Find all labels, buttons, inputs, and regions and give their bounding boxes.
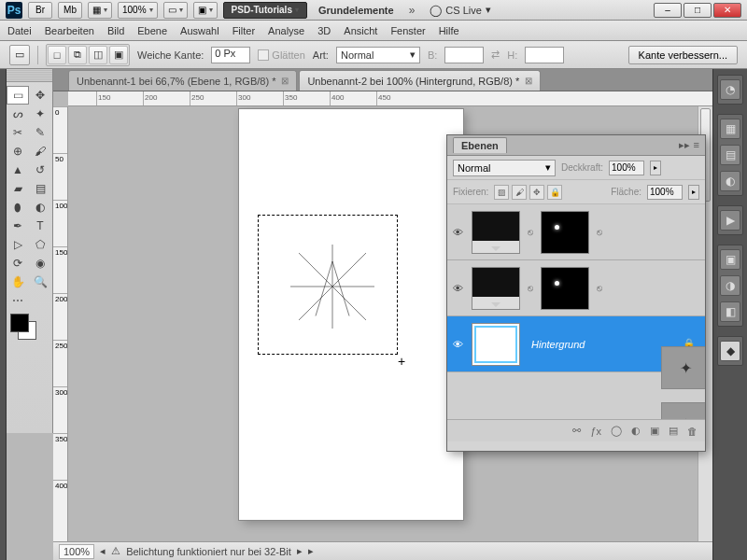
menu-fenster[interactable]: Fenster	[390, 25, 425, 36]
window-minimize-button[interactable]: –	[654, 3, 682, 18]
group-icon[interactable]: ▣	[650, 425, 659, 437]
smart-thumb[interactable]	[661, 402, 705, 420]
adjustments-panel-icon[interactable]: ◐	[720, 171, 740, 191]
menu-bearbeiten[interactable]: Bearbeiten	[45, 25, 94, 36]
panel-menu-icon[interactable]: ≡	[694, 139, 699, 151]
arrange-dropdown[interactable]: ▭	[163, 2, 188, 19]
screenmode-dropdown[interactable]: ▣	[193, 2, 218, 19]
new-layer-icon[interactable]: ▤	[669, 425, 678, 437]
styles-panel-icon[interactable]: ▤	[720, 145, 740, 165]
selection-intersect-icon[interactable]: ▣	[109, 46, 128, 64]
move-tool[interactable]: ✥	[29, 86, 51, 105]
adjustment-thumb[interactable]	[472, 211, 520, 254]
bridge-button[interactable]: Br	[28, 2, 52, 19]
history-brush-tool[interactable]: ↺	[29, 161, 51, 179]
zoom-tool[interactable]: 🔍	[29, 273, 51, 291]
dodge-tool[interactable]: ◐	[29, 198, 51, 217]
3d-tool[interactable]: ⟳	[7, 254, 29, 273]
menu-ansicht[interactable]: Ansicht	[344, 25, 377, 36]
menu-ebene[interactable]: Ebene	[137, 25, 167, 36]
workspace-psdtutorials[interactable]: PSD-Tutorials	[223, 2, 307, 19]
history-panel-icon[interactable]: ▣	[720, 249, 740, 270]
selection-subtract-icon[interactable]: ◫	[89, 46, 107, 64]
mask-icon[interactable]: ◯	[611, 425, 622, 437]
workspace-grundelemente[interactable]: Grundelemente	[313, 5, 400, 16]
actions-panel-icon[interactable]: ▶	[720, 210, 740, 231]
opacity-input[interactable]: 100%	[609, 161, 644, 175]
blur-tool[interactable]: ⬮	[7, 198, 29, 217]
layers-panel-icon[interactable]: ◆	[720, 341, 740, 361]
view-extras-dropdown[interactable]: ▦	[88, 2, 112, 19]
close-icon[interactable]: ⊠	[525, 76, 532, 86]
crop-tool[interactable]: ✂	[7, 123, 29, 142]
stamp-tool[interactable]: ▲	[7, 161, 29, 179]
visibility-icon[interactable]: 👁	[447, 283, 468, 294]
swatches-panel-icon[interactable]: ▦	[720, 119, 740, 139]
color-swatch[interactable]	[10, 314, 36, 340]
adjustment-thumb[interactable]	[472, 267, 520, 310]
ruler-horizontal[interactable]: 100150200250300350400450	[68, 91, 712, 106]
lasso-tool[interactable]: ᔕ	[7, 105, 29, 123]
close-icon[interactable]: ⊠	[281, 76, 289, 86]
status-arrow-left-icon[interactable]: ◂	[100, 545, 106, 557]
info-panel-icon[interactable]: ◑	[720, 275, 740, 296]
lock-position-icon[interactable]: ✥	[529, 185, 544, 200]
doc-tab-1[interactable]: Unbenannt-1 bei 66,7% (Ebene 1, RGB/8) *…	[68, 70, 297, 91]
gradient-tool[interactable]: ▤	[29, 179, 51, 198]
magic-wand-tool[interactable]: ✦	[29, 105, 51, 123]
path-select-tool[interactable]: ▷	[7, 235, 29, 254]
link-layers-icon[interactable]: ⚯	[572, 425, 581, 437]
3d-camera-tool[interactable]: ◉	[29, 254, 51, 273]
healing-tool[interactable]: ⊕	[7, 142, 29, 161]
layer-thumb[interactable]	[472, 323, 520, 366]
color-panel-icon[interactable]: ◔	[720, 79, 740, 100]
menu-auswahl[interactable]: Auswahl	[180, 25, 219, 36]
menu-filter[interactable]: Filter	[233, 25, 255, 36]
menu-3d[interactable]: 3D	[317, 25, 331, 36]
trash-icon[interactable]: 🗑	[687, 426, 698, 437]
marquee-tool-icon[interactable]: ▭	[9, 45, 30, 65]
navigator-panel-icon[interactable]: ◧	[720, 301, 740, 322]
pen-tool[interactable]: ✒	[7, 217, 29, 235]
doc-tab-2[interactable]: Unbenannt-2 bei 100% (Hintergrund, RGB/8…	[299, 70, 541, 91]
lock-pixels-icon[interactable]: 🖌	[512, 185, 527, 200]
marquee-tool[interactable]: ▭	[7, 86, 29, 105]
window-close-button[interactable]: ✕	[713, 3, 741, 18]
toolbox-grip[interactable]	[7, 69, 52, 82]
status-menu-right-icon[interactable]: ▸	[308, 545, 314, 557]
menu-bild[interactable]: Bild	[107, 25, 124, 36]
ruler-vertical[interactable]: 050100150200250300350400	[53, 106, 68, 541]
menu-datei[interactable]: Datei	[7, 25, 32, 36]
menu-analyse[interactable]: Analyse	[268, 25, 304, 36]
fill-arrow-icon[interactable]: ▸	[688, 185, 699, 200]
mask-thumb[interactable]	[541, 267, 589, 310]
type-tool[interactable]: T	[29, 217, 51, 235]
lock-transparent-icon[interactable]: ▨	[494, 185, 509, 200]
layer-row[interactable]: 👁 ⎋ ⎋	[447, 204, 705, 260]
cs-live-button[interactable]: CS Live ▾	[424, 4, 497, 17]
style-select[interactable]: Normal▾	[336, 47, 420, 63]
fx-icon[interactable]: ƒx	[590, 426, 601, 437]
status-arrow-right-icon[interactable]: ▸	[297, 545, 303, 557]
feather-input[interactable]: 0 Px	[211, 47, 250, 63]
hand-tool[interactable]: ✋	[7, 273, 29, 291]
refine-edge-button[interactable]: Kante verbessern...	[628, 46, 738, 64]
zoom-field[interactable]: 100%	[59, 544, 94, 559]
lock-all-icon[interactable]: 🔒	[547, 185, 562, 200]
selection-new-icon[interactable]: □	[48, 46, 66, 64]
shape-tool[interactable]: ⬠	[29, 235, 51, 254]
layers-tab[interactable]: Ebenen	[453, 137, 507, 153]
fg-color-swatch[interactable]	[10, 314, 29, 332]
visibility-icon[interactable]: 👁	[447, 227, 468, 238]
opacity-arrow-icon[interactable]: ▸	[650, 161, 661, 175]
zoom-dropdown[interactable]: 100%	[118, 2, 158, 19]
canvas[interactable]: +	[239, 109, 463, 520]
layer-name[interactable]: Hintergrund	[524, 339, 585, 350]
blend-mode-select[interactable]: Normal▾	[453, 160, 556, 176]
window-maximize-button[interactable]: □	[684, 3, 712, 18]
adjustment-icon[interactable]: ◐	[631, 425, 641, 437]
workspace-more-icon[interactable]: »	[405, 4, 419, 17]
fill-input[interactable]: 100%	[647, 185, 683, 200]
menu-hilfe[interactable]: Hilfe	[439, 25, 459, 36]
layers-panel[interactable]: Ebenen ▸▸≡ Normal▾ Deckkraft: 100% ▸ Fix…	[446, 134, 706, 452]
